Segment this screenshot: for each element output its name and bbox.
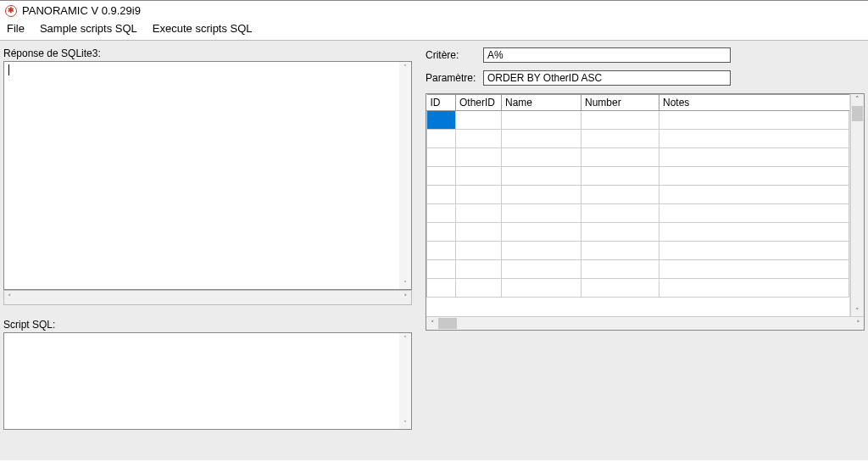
table-cell[interactable] — [659, 186, 849, 204]
table-row[interactable] — [427, 204, 849, 223]
grid-col-notes[interactable]: Notes — [659, 95, 849, 111]
table-cell[interactable] — [502, 279, 581, 298]
table-row[interactable] — [427, 242, 849, 260]
data-grid[interactable]: ID OtherID Name Number Notes ˄ ˅ — [426, 93, 865, 331]
table-cell[interactable] — [502, 242, 581, 260]
grid-col-otherid[interactable]: OtherID — [456, 95, 502, 111]
table-cell[interactable] — [456, 111, 502, 130]
response-textarea-wrap: ˄ ˅ — [3, 61, 412, 290]
table-row[interactable] — [427, 130, 849, 148]
table-cell[interactable] — [427, 167, 456, 186]
scroll-down-icon: ˅ — [403, 280, 407, 287]
table-cell[interactable] — [456, 223, 502, 242]
table-cell[interactable] — [659, 260, 849, 279]
grid-h-scrollbar[interactable]: ˂ ˃ — [426, 316, 864, 330]
table-cell[interactable] — [659, 148, 849, 167]
table-cell[interactable] — [502, 186, 581, 204]
table-cell[interactable] — [427, 279, 456, 298]
table-row[interactable] — [427, 223, 849, 242]
table-cell[interactable] — [456, 242, 502, 260]
table-cell[interactable] — [427, 186, 456, 204]
grid-col-id[interactable]: ID — [427, 95, 456, 111]
table-cell[interactable] — [456, 130, 502, 148]
table-row[interactable] — [427, 148, 849, 167]
scroll-down-icon: ˅ — [851, 307, 864, 315]
table-cell[interactable] — [502, 167, 581, 186]
script-label: Script SQL: — [3, 319, 412, 331]
menu-execute-scripts[interactable]: Execute scripts SQL — [153, 22, 253, 35]
table-cell[interactable] — [456, 167, 502, 186]
table-cell[interactable] — [427, 111, 456, 130]
table-cell[interactable] — [659, 111, 849, 130]
table-cell[interactable] — [659, 242, 849, 260]
table-cell[interactable] — [659, 130, 849, 148]
table-cell[interactable] — [427, 242, 456, 260]
table-cell[interactable] — [581, 242, 659, 260]
table-cell[interactable] — [502, 204, 581, 223]
table-cell[interactable] — [427, 223, 456, 242]
table-cell[interactable] — [456, 204, 502, 223]
table-cell[interactable] — [427, 148, 456, 167]
table-row[interactable] — [427, 260, 849, 279]
text-caret — [8, 64, 9, 75]
script-textarea-wrap: ˄ ˅ — [3, 332, 412, 430]
scroll-left-icon: ˂ — [8, 293, 12, 302]
script-textarea[interactable] — [4, 333, 411, 429]
menu-file[interactable]: File — [7, 22, 25, 35]
grid-col-name[interactable]: Name — [502, 95, 581, 111]
table-cell[interactable] — [456, 279, 502, 298]
table-row[interactable] — [427, 279, 849, 298]
grid-col-number[interactable]: Number — [581, 95, 659, 111]
scroll-up-icon: ˄ — [403, 335, 407, 342]
window-title: PANORAMIC V 0.9.29i9 — [22, 4, 141, 17]
table-cell[interactable] — [659, 167, 849, 186]
table-row[interactable] — [427, 111, 849, 130]
grid-v-scrollbar[interactable]: ˄ ˅ — [850, 94, 864, 316]
scroll-up-icon: ˄ — [403, 64, 407, 71]
script-v-scrollbar[interactable]: ˄ ˅ — [399, 333, 411, 429]
table-cell[interactable] — [502, 260, 581, 279]
table-cell[interactable] — [456, 260, 502, 279]
table-cell[interactable] — [456, 148, 502, 167]
table-cell[interactable] — [502, 223, 581, 242]
response-h-scrollbar[interactable]: ˂ ˃ — [3, 290, 412, 305]
table-cell[interactable] — [581, 111, 659, 130]
scroll-thumb[interactable] — [438, 318, 457, 329]
criteria-input[interactable] — [483, 47, 731, 63]
scroll-thumb[interactable] — [852, 106, 863, 121]
table-cell[interactable] — [427, 204, 456, 223]
table-cell[interactable] — [581, 148, 659, 167]
menu-sample-scripts[interactable]: Sample scripts SQL — [40, 22, 137, 35]
table-cell[interactable] — [502, 148, 581, 167]
table-cell[interactable] — [659, 223, 849, 242]
scroll-left-icon: ˂ — [426, 320, 438, 328]
response-label: Réponse de SQLite3: — [3, 47, 412, 59]
table-cell[interactable] — [581, 260, 659, 279]
table-cell[interactable] — [581, 223, 659, 242]
table-cell[interactable] — [659, 204, 849, 223]
criteria-label: Critère: — [426, 49, 476, 61]
table-row[interactable] — [427, 186, 849, 204]
table-cell[interactable] — [581, 130, 659, 148]
table-row[interactable] — [427, 167, 849, 186]
response-textarea[interactable] — [4, 62, 411, 289]
menubar: File Sample scripts SQL Execute scripts … — [0, 19, 868, 41]
table-cell[interactable] — [427, 260, 456, 279]
table-cell[interactable] — [581, 186, 659, 204]
table-cell[interactable] — [581, 279, 659, 298]
table-cell[interactable] — [659, 279, 849, 298]
table-cell[interactable] — [581, 167, 659, 186]
table-cell[interactable] — [502, 111, 581, 130]
table-cell[interactable] — [427, 130, 456, 148]
grid-header-row: ID OtherID Name Number Notes — [427, 95, 849, 111]
table-cell[interactable] — [502, 130, 581, 148]
scroll-right-icon: ˃ — [852, 320, 864, 328]
param-input[interactable] — [483, 70, 731, 86]
scroll-up-icon: ˄ — [851, 95, 864, 103]
grid-body — [427, 111, 849, 298]
table-cell[interactable] — [581, 204, 659, 223]
param-label: Paramètre: — [426, 72, 476, 84]
table-cell[interactable] — [456, 186, 502, 204]
scroll-down-icon: ˅ — [403, 420, 407, 427]
response-v-scrollbar[interactable]: ˄ ˅ — [399, 62, 411, 289]
